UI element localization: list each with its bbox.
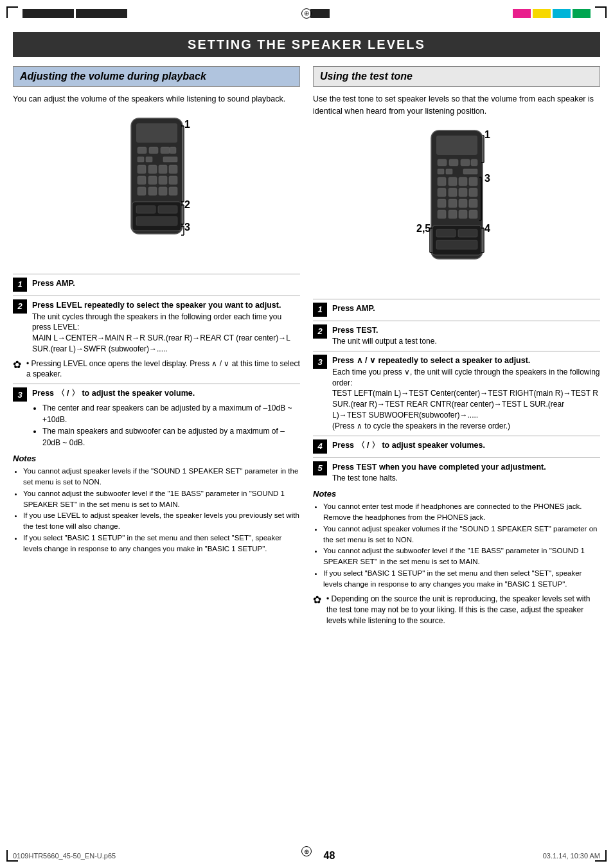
svg-rect-42 [471,159,477,166]
svg-rect-61 [469,210,477,218]
step-3-title: Press 〈 / 〉 to adjust the speaker volume… [32,389,195,398]
right-tip: ✿ • Depending on the source the unit is … [313,594,600,626]
svg-rect-55 [449,199,457,208]
svg-rect-6 [138,157,144,162]
footer-date: 03.1.14, 10:30 AM [543,852,600,860]
svg-rect-2 [138,147,147,154]
right-step-5: 5 Press TEST when you have completed you… [313,457,600,484]
right-tip-text: • Depending on the source the unit is re… [326,594,600,626]
svg-text:3: 3 [484,173,490,184]
right-note-1: You cannot enter test mode if headphones… [323,501,600,524]
svg-rect-63 [436,229,456,237]
svg-rect-38 [436,136,477,155]
svg-rect-53 [469,188,477,197]
svg-rect-13 [138,176,146,184]
svg-text:3: 3 [184,222,190,233]
svg-rect-14 [148,176,157,184]
step-num-1: 1 [13,278,27,292]
right-step-5-sub: The test tone halts. [332,473,600,484]
right-step-3-title: Press ∧ / ∨ repeatedly to select a speak… [332,356,530,365]
left-notes: Notes You cannot adjust speaker levels i… [13,454,300,554]
svg-rect-43 [438,169,444,174]
svg-text:1: 1 [484,129,490,140]
color-block-pink [513,9,531,18]
left-step-2: 2 Press LEVEL repeatedly to select the s… [13,296,300,355]
step-2-sub: The unit cycles through the speakers in … [32,312,300,355]
svg-rect-49 [469,177,477,186]
right-step-2: 2 Press TEST. The unit will output a tes… [313,321,600,348]
left-step-1: 1 Press AMP. [13,274,300,292]
right-step-2-content: Press TEST. The unit will output a test … [332,324,600,348]
registration-mark-top: ⊕ [301,8,312,19]
step-3-bullets: The center and rear speakers can be adju… [42,402,300,448]
svg-rect-17 [138,187,146,195]
step-1-content: Press AMP. [32,278,300,292]
svg-rect-44 [446,169,452,174]
left-note-1: You cannot adjust speaker levels if the … [23,466,300,488]
svg-rect-8 [163,157,177,162]
step-3-content: Press 〈 / 〉 to adjust the speaker volume… [32,387,300,448]
right-note-3: You cannot adjust the subwoofer level if… [323,545,600,568]
svg-rect-54 [438,199,446,208]
right-notes-title: Notes [313,489,600,499]
top-center-block [310,9,330,18]
top-bar-left-blocks [22,9,127,18]
step-3-bullet-1: The center and rear speakers can be adju… [42,402,300,425]
svg-text:2: 2 [184,199,190,210]
color-block-cyan [553,9,571,18]
top-block-2 [76,9,127,18]
svg-rect-64 [458,229,477,237]
right-step-num-4: 4 [313,439,327,454]
tip-icon-left: ✿ [13,359,21,371]
svg-rect-20 [169,187,177,195]
right-notes-list: You cannot enter test mode if headphones… [323,501,600,590]
right-step-4-title: Press 〈 / 〉 to adjust speaker volumes. [332,441,485,450]
right-step-1-content: Press AMP. [332,303,600,317]
top-block-1 [22,9,74,18]
svg-rect-41 [461,159,470,166]
svg-rect-40 [449,159,458,166]
page-number: 48 [324,850,335,862]
left-section-header: Adjusting the volume during playback [13,66,300,87]
svg-rect-5 [170,147,176,154]
right-step-3: 3 Press ∧ / ∨ repeatedly to select a spe… [313,351,600,432]
right-step-4-content: Press 〈 / 〉 to adjust speaker volumes. [332,439,600,454]
right-intro-text: Use the test tone to set speaker levels … [313,93,600,118]
svg-rect-50 [438,188,446,197]
svg-rect-22 [136,206,155,213]
color-block-yellow [533,9,551,18]
right-remote-image: 1 3 2,5 4 [313,124,600,291]
left-remote-image: 1 2 3 [13,112,300,266]
svg-rect-3 [149,147,158,154]
svg-rect-12 [169,165,177,173]
right-step-2-title: Press TEST. [332,326,378,335]
right-step-num-5: 5 [313,461,327,475]
svg-rect-60 [459,210,467,218]
right-column: Using the test tone Use the test tone to… [313,66,600,630]
right-notes: Notes You cannot enter test mode if head… [313,489,600,590]
left-intro-text: You can adjust the volume of the speaker… [13,93,300,105]
svg-rect-52 [459,188,467,197]
svg-rect-39 [438,159,447,166]
svg-text:4: 4 [484,223,490,234]
border-corner-tr [595,6,607,18]
right-step-num-1: 1 [313,303,327,317]
left-tip: ✿ • Pressing LEVEL once opens the level … [13,359,300,380]
left-step-3: 3 Press 〈 / 〉 to adjust the speaker volu… [13,384,300,448]
left-notes-title: Notes [13,454,300,463]
left-tip-text: • Pressing LEVEL once opens the level di… [26,359,300,380]
step-2-title: Press LEVEL repeatedly to select the spe… [32,301,281,310]
left-note-4: If you select "BASIC 1 SETUP" in the set… [23,533,300,555]
reg-circle: ⊕ [301,8,312,19]
right-step-5-title: Press TEST when you have completed your … [332,463,546,472]
svg-text:2,5: 2,5 [416,223,431,234]
svg-rect-48 [459,177,467,186]
svg-rect-23 [158,206,177,213]
main-content: SETTING THE SPEAKER LEVELS Adjusting the… [13,32,600,842]
svg-rect-16 [169,176,177,184]
svg-rect-4 [161,147,170,154]
left-notes-list: You cannot adjust speaker levels if the … [23,466,300,554]
page-title: SETTING THE SPEAKER LEVELS [13,32,600,57]
svg-rect-51 [449,188,457,197]
right-step-num-2: 2 [313,324,327,339]
